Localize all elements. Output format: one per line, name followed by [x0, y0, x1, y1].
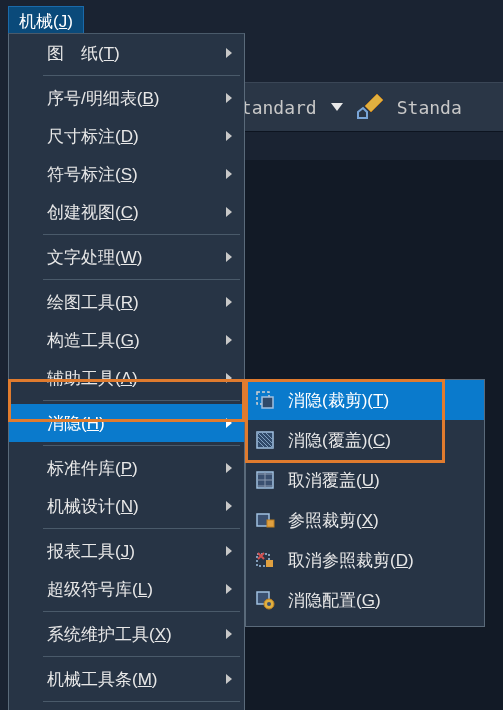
menu-separator	[43, 445, 240, 446]
menu-item-12[interactable]: 报表工具(J)	[9, 532, 244, 570]
menu-item-label: 标准件库(P)	[47, 457, 138, 480]
svg-rect-7	[266, 560, 273, 567]
menu-separator	[43, 528, 240, 529]
toolbar: Standard Standa	[230, 82, 503, 132]
svg-rect-1	[262, 397, 273, 408]
submenu-item-label: 消隐配置(G)	[288, 589, 381, 612]
submenu-hide: 消隐(裁剪)(T)消隐(覆盖)(C)取消覆盖(U)参照裁剪(X)取消参照裁剪(D…	[245, 379, 485, 627]
menu-item-7[interactable]: 构造工具(G)	[9, 321, 244, 359]
menu-item-6[interactable]: 绘图工具(R)	[9, 283, 244, 321]
svg-point-10	[267, 602, 271, 606]
menu-item-10[interactable]: 标准件库(P)	[9, 449, 244, 487]
menu-item-label: 图 纸(T)	[47, 42, 120, 65]
menu-button-label: 机械	[19, 12, 53, 31]
menu-separator	[43, 656, 240, 657]
menu-item-label: 机械工具条(M)	[47, 668, 158, 691]
submenu-item-label: 取消覆盖(U)	[288, 469, 380, 492]
uncover-icon	[254, 469, 276, 491]
menu-separator	[43, 611, 240, 612]
menu-separator	[43, 75, 240, 76]
edit-style-icon[interactable]	[353, 90, 387, 124]
menu-item-2[interactable]: 尺寸标注(D)	[9, 117, 244, 155]
menu-item-label: 机械设计(N)	[47, 495, 139, 518]
menu-item-label: 文字处理(W)	[47, 246, 142, 269]
menu-item-label: 创建视图(C)	[47, 201, 139, 224]
menu-item-15[interactable]: 机械工具条(M)	[9, 660, 244, 698]
menu-item-label: 符号标注(S)	[47, 163, 138, 186]
menu-item-label: 系统维护工具(X)	[47, 623, 172, 646]
menu-item-label: 绘图工具(R)	[47, 291, 139, 314]
menu-item-label: 报表工具(J)	[47, 540, 135, 563]
style-dropdown-2[interactable]: Standa	[397, 97, 462, 118]
hide-clip-icon	[254, 389, 276, 411]
menu-item-0[interactable]: 图 纸(T)	[9, 34, 244, 72]
menu-item-5[interactable]: 文字处理(W)	[9, 238, 244, 276]
submenu-item-label: 取消参照裁剪(D)	[288, 549, 414, 572]
menu-item-11[interactable]: 机械设计(N)	[9, 487, 244, 525]
menu-separator	[43, 234, 240, 235]
menu-item-9[interactable]: 消隐(H)	[9, 404, 244, 442]
menu-item-3[interactable]: 符号标注(S)	[9, 155, 244, 193]
menu-separator	[43, 701, 240, 702]
main-menu: 图 纸(T)序号/明细表(B)尺寸标注(D)符号标注(S)创建视图(C)文字处理…	[8, 33, 245, 710]
menu-separator	[43, 279, 240, 280]
chevron-down-icon[interactable]	[331, 103, 343, 111]
menu-item-label: 消隐(H)	[47, 412, 105, 435]
hide-config-icon	[254, 589, 276, 611]
submenu-item-5[interactable]: 消隐配置(G)	[246, 580, 484, 620]
submenu-item-4[interactable]: 取消参照裁剪(D)	[246, 540, 484, 580]
cancel-ref-clip-icon	[254, 549, 276, 571]
submenu-item-0[interactable]: 消隐(裁剪)(T)	[246, 380, 484, 420]
menu-item-14[interactable]: 系统维护工具(X)	[9, 615, 244, 653]
menu-item-16[interactable]: 帮助(E)	[9, 705, 244, 710]
submenu-item-1[interactable]: 消隐(覆盖)(C)	[246, 420, 484, 460]
menu-item-label: 辅助工具(A)	[47, 367, 138, 390]
submenu-item-label: 消隐(裁剪)(T)	[288, 389, 389, 412]
menu-item-8[interactable]: 辅助工具(A)	[9, 359, 244, 397]
submenu-item-label: 消隐(覆盖)(C)	[288, 429, 391, 452]
menu-item-1[interactable]: 序号/明细表(B)	[9, 79, 244, 117]
ref-clip-icon	[254, 509, 276, 531]
menu-button-hotkey: J	[59, 12, 68, 31]
submenu-item-2[interactable]: 取消覆盖(U)	[246, 460, 484, 500]
menu-item-label: 序号/明细表(B)	[47, 87, 159, 110]
menu-item-label: 超级符号库(L)	[47, 578, 153, 601]
svg-rect-5	[267, 520, 274, 527]
submenu-item-label: 参照裁剪(X)	[288, 509, 379, 532]
menu-item-label: 构造工具(G)	[47, 329, 140, 352]
submenu-item-3[interactable]: 参照裁剪(X)	[246, 500, 484, 540]
menu-separator	[43, 400, 240, 401]
hide-cover-icon	[254, 429, 276, 451]
menu-item-4[interactable]: 创建视图(C)	[9, 193, 244, 231]
menu-item-label: 尺寸标注(D)	[47, 125, 139, 148]
menu-item-13[interactable]: 超级符号库(L)	[9, 570, 244, 608]
